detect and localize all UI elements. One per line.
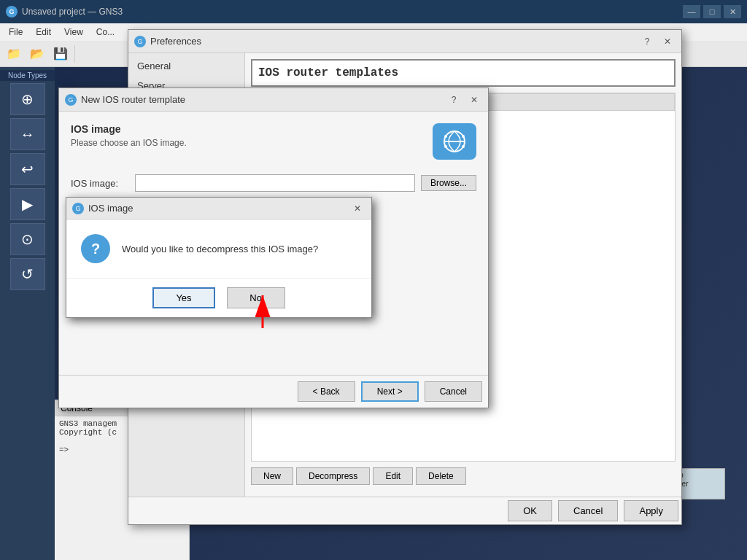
open-btn[interactable]: 📂 <box>26 44 48 64</box>
ios-template-icon: G <box>65 94 77 106</box>
ios-image-input[interactable] <box>135 174 415 192</box>
main-title-bar: G Unsaved project — GNS3 — □ ✕ <box>0 0 747 23</box>
ios-template-footer: < Back Next > Cancel <box>59 375 488 408</box>
browse-button[interactable]: Browse... <box>421 175 476 191</box>
edit-button[interactable]: Edit <box>373 467 413 485</box>
back-button[interactable]: < Back <box>298 381 355 402</box>
ios-header: IOS image Please choose an IOS image. <box>71 123 476 160</box>
save-btn[interactable]: 💾 <box>50 44 71 64</box>
decompress-footer: Yes No <box>66 278 371 317</box>
ios-header-text: IOS image Please choose an IOS image. <box>71 123 433 148</box>
preferences-title: Preferences <box>150 36 635 47</box>
decompress-button[interactable]: Decompress <box>296 467 370 485</box>
section-title: IOS router templates <box>251 59 676 87</box>
window-controls: — □ ✕ <box>683 5 741 18</box>
edit-menu[interactable]: Edit <box>30 26 57 39</box>
svg-point-5 <box>462 145 465 148</box>
ios-section-desc: Please choose an IOS image. <box>71 138 433 148</box>
co-menu[interactable]: Co... <box>90 26 120 39</box>
preferences-title-bar: G Preferences ? ✕ <box>128 30 681 53</box>
yes-button[interactable]: Yes <box>152 287 214 308</box>
ios-section-title: IOS image <box>71 123 433 135</box>
app-icon: G <box>6 6 18 18</box>
decompress-message: Would you like to decompress this IOS im… <box>122 244 318 254</box>
back-btn[interactable]: ↩ <box>10 153 45 185</box>
ios-template-title: New IOS router template <box>81 94 441 105</box>
decompress-title-bar: G IOS image ✕ <box>66 198 371 219</box>
next-button[interactable]: Next > <box>361 381 419 402</box>
delete-button[interactable]: Delete <box>416 467 466 485</box>
connect-btn[interactable]: ↔ <box>10 118 45 150</box>
preferences-close-btn[interactable]: ✕ <box>659 34 676 49</box>
svg-point-4 <box>444 145 447 148</box>
template-actions: New Decompress Edit Delete <box>251 467 676 485</box>
close-button[interactable]: ✕ <box>724 5 741 18</box>
pref-nav-general[interactable]: General <box>128 56 244 76</box>
left-sidebar: Node Types ⊕ ↔ ↩ ▶ ⊙ ↺ <box>0 67 55 560</box>
router-icon <box>433 123 476 160</box>
svg-point-3 <box>462 135 465 138</box>
window-title: Unsaved project — GNS3 <box>22 7 678 17</box>
main-window: G Unsaved project — GNS3 — □ ✕ File Edit… <box>0 0 747 560</box>
decompress-dialog: G IOS image ✕ ? Would you like to decomp… <box>66 197 372 318</box>
svg-point-2 <box>444 135 447 138</box>
preferences-help-btn[interactable]: ? <box>639 34 655 49</box>
ios-template-close-btn[interactable]: ✕ <box>466 93 482 107</box>
minimize-button[interactable]: — <box>683 5 700 18</box>
folder-btn[interactable]: 📁 <box>3 44 25 64</box>
decompress-close-btn[interactable]: ✕ <box>349 201 365 216</box>
ok-button[interactable]: OK <box>508 500 552 521</box>
node-types-label: Node Types <box>0 70 55 81</box>
toolbar-separator <box>74 45 75 63</box>
new-button[interactable]: New <box>251 467 293 485</box>
no-button[interactable]: No <box>227 287 285 308</box>
add-node-btn[interactable]: ⊕ <box>10 83 45 115</box>
play-btn[interactable]: ▶ <box>10 188 45 220</box>
file-menu[interactable]: File <box>3 26 28 39</box>
view-menu[interactable]: View <box>58 26 89 39</box>
cancel-button[interactable]: Cancel <box>558 500 618 521</box>
decompress-icon: G <box>72 203 84 214</box>
ios-template-title-bar: G New IOS router template ? ✕ <box>59 88 488 112</box>
decompress-body: ? Would you like to decompress this IOS … <box>66 219 371 278</box>
question-icon: ? <box>81 234 110 263</box>
settings-btn[interactable]: ⊙ <box>10 223 45 255</box>
preferences-footer: OK Cancel Apply <box>128 497 681 524</box>
ios-template-help-btn[interactable]: ? <box>446 93 462 107</box>
maximize-button[interactable]: □ <box>703 5 721 18</box>
ios-image-label: IOS image: <box>71 178 129 189</box>
refresh-btn[interactable]: ↺ <box>10 258 45 290</box>
ios-image-row: IOS image: Browse... <box>71 174 476 192</box>
apply-button[interactable]: Apply <box>624 500 678 521</box>
ios-cancel-button[interactable]: Cancel <box>425 381 482 402</box>
decompress-title: IOS image <box>88 203 345 214</box>
preferences-icon: G <box>134 36 146 47</box>
